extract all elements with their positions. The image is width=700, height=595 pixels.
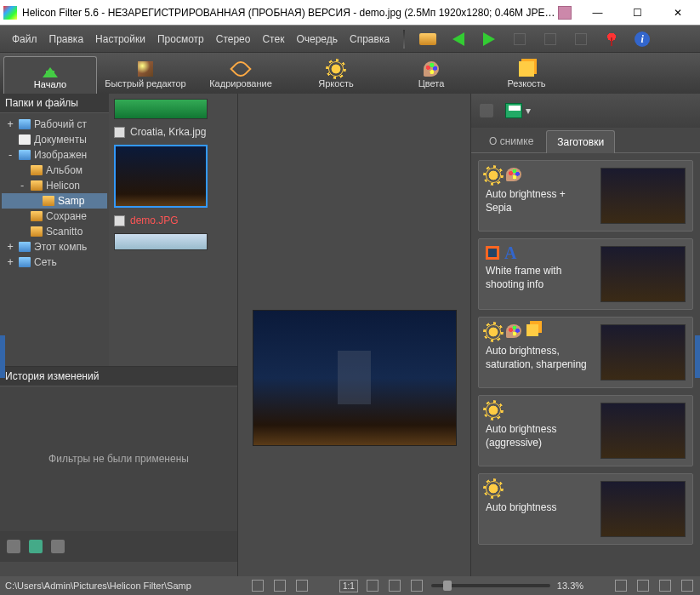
folder-icon: [31, 165, 43, 175]
preset-item[interactable]: AWhite frame with shooting info: [478, 238, 693, 310]
thumbnail-partial[interactable]: [114, 233, 208, 250]
thumb-size-2-button[interactable]: [274, 580, 286, 592]
copy-icon[interactable]: [558, 6, 572, 20]
tree-label: Сеть: [34, 256, 57, 268]
tab-colors[interactable]: Цвета: [384, 56, 478, 94]
thumb-size-1-button[interactable]: [252, 580, 264, 592]
status-path: C:\Users\Admin\Pictures\Helicon Filter\S…: [5, 581, 243, 591]
tree-item[interactable]: Сохране: [2, 209, 107, 224]
history-undo-icon[interactable]: [7, 540, 20, 553]
tool-disabled-1: [510, 30, 529, 49]
sharpen-icon: [519, 61, 534, 77]
palette-icon: [424, 61, 439, 77]
thumbnail-partial[interactable]: [114, 99, 208, 119]
tree-item[interactable]: -Изображен: [2, 147, 107, 163]
zoom-mode-1-button[interactable]: [367, 580, 378, 592]
right-pane-collapse-handle[interactable]: [695, 335, 700, 378]
tree-item[interactable]: Документы: [2, 132, 107, 147]
sun-icon: [486, 481, 501, 496]
preset-label: Auto brightness + Sepia: [486, 188, 594, 215]
tab-sharpness[interactable]: Резкость: [480, 56, 573, 94]
tab-about-image[interactable]: О снимке: [478, 129, 544, 152]
thumbnails-panel[interactable]: Croatia, Krka.jpgdemo.JPG: [109, 94, 237, 366]
tree-item[interactable]: Samp: [2, 193, 107, 209]
left-pane-collapse-handle[interactable]: [0, 335, 5, 378]
preset-item[interactable]: Auto brightness, saturation, sharpening: [478, 317, 693, 388]
maximize-button[interactable]: ☐: [618, 1, 657, 25]
zoom-mode-3-button[interactable]: [411, 580, 423, 592]
tab-quick-editor[interactable]: Быстрый редактор: [99, 56, 192, 94]
menu-settings[interactable]: Настройки: [90, 30, 151, 49]
thumb-size-3-button[interactable]: [296, 580, 308, 592]
doc-icon: [19, 134, 31, 145]
presets-list[interactable]: Auto brightness + SepiaAWhite frame with…: [471, 153, 700, 576]
menu-stack[interactable]: Стек: [257, 30, 289, 49]
layout-3-button[interactable]: [659, 580, 671, 592]
tree-item[interactable]: +Этот компь: [2, 239, 107, 255]
tab-brightness[interactable]: Яркость: [289, 56, 383, 94]
close-button[interactable]: ✕: [658, 1, 697, 25]
text-A-icon: A: [504, 246, 516, 260]
app-icon: [3, 6, 17, 20]
tree-expander[interactable]: -: [5, 149, 15, 161]
preset-item[interactable]: Auto brightness + Sepia: [478, 160, 693, 232]
thumbnail-checkbox[interactable]: [114, 127, 125, 138]
menu-file[interactable]: Файл: [7, 30, 43, 49]
folders-header: Папки и файлы: [0, 94, 109, 113]
preset-item[interactable]: Auto brightness: [478, 473, 693, 545]
next-image-button[interactable]: [480, 30, 498, 49]
palette-icon: [506, 324, 521, 338]
thumbnail-checkbox[interactable]: [114, 215, 125, 226]
tree-expander[interactable]: +: [5, 118, 15, 130]
preview-image: [253, 310, 457, 446]
tree-item[interactable]: +Рабочий ст: [2, 117, 107, 132]
folder-tree[interactable]: +Рабочий стДокументы-ИзображенАльбом-Hel…: [0, 113, 109, 366]
layout-2-button[interactable]: [637, 580, 649, 592]
tree-label: Samp: [58, 195, 84, 207]
tree-expander[interactable]: +: [5, 241, 15, 253]
menu-view[interactable]: Просмотр: [152, 30, 209, 49]
tree-expander[interactable]: -: [17, 180, 27, 192]
layout-4-button[interactable]: [681, 580, 693, 592]
tab-presets[interactable]: Заготовки: [546, 130, 615, 153]
tree-expander[interactable]: +: [5, 256, 15, 268]
prev-image-button[interactable]: [449, 30, 468, 49]
geotag-button[interactable]: [602, 30, 621, 49]
tab-colors-label: Цвета: [418, 78, 445, 89]
zoom-mode-2-button[interactable]: [389, 580, 401, 592]
history-apply-icon[interactable]: [29, 540, 43, 553]
sun-icon: [328, 61, 344, 77]
sun-icon: [486, 403, 501, 418]
layout-1-button[interactable]: [615, 580, 627, 592]
menu-edit[interactable]: Правка: [44, 30, 89, 49]
tree-label: Рабочий ст: [34, 118, 87, 130]
tree-item[interactable]: +Сеть: [2, 255, 107, 270]
minimize-button[interactable]: —: [578, 1, 617, 25]
preview-pane: [238, 94, 470, 576]
tree-item[interactable]: Альбом: [2, 163, 107, 178]
tab-start[interactable]: Начало: [3, 56, 97, 94]
zoom-slider[interactable]: [431, 584, 550, 587]
menu-stereo[interactable]: Стерео: [211, 30, 256, 49]
sun-icon: [486, 324, 501, 340]
preset-item[interactable]: Auto brightness (aggressive): [478, 395, 693, 466]
tree-item[interactable]: Scanitto: [2, 224, 107, 239]
scissors-icon: [230, 58, 251, 79]
tab-crop[interactable]: Кадрирование: [194, 56, 287, 94]
zoom-fit-button[interactable]: 1:1: [339, 580, 358, 592]
save-button[interactable]: ▾: [505, 103, 531, 118]
right-tab-strip: О снимке Заготовки: [471, 128, 700, 153]
preview-area[interactable]: [238, 94, 470, 576]
info-button[interactable]: i: [633, 30, 652, 49]
menu-queue[interactable]: Очередь: [291, 30, 343, 49]
zoom-slider-knob[interactable]: [443, 581, 452, 591]
thumbnail-image[interactable]: [114, 145, 208, 208]
preset-thumbnail: [600, 403, 686, 459]
right-pane: ▾ О снимке Заготовки Auto brightness + S…: [470, 94, 700, 576]
open-folder-button[interactable]: [418, 30, 437, 49]
menu-help[interactable]: Справка: [344, 30, 395, 49]
left-pane: Папки и файлы +Рабочий стДокументы-Изобр…: [0, 94, 238, 576]
drive-icon: [19, 242, 31, 252]
tree-item[interactable]: -Helicon: [2, 178, 107, 193]
history-redo-icon[interactable]: [51, 540, 65, 553]
